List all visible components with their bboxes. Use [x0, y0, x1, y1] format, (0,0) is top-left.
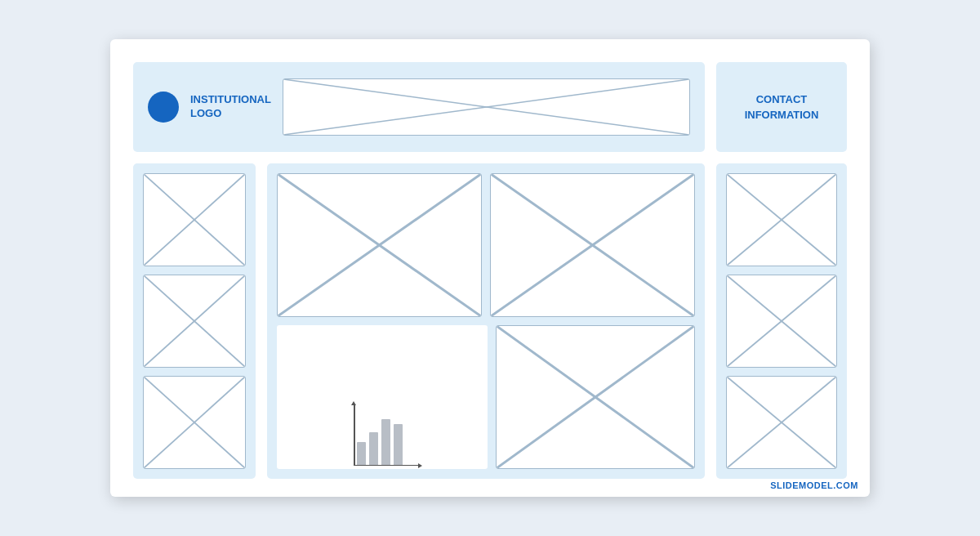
- slidemodel-credit: SLIDEMODEL.COM: [770, 480, 858, 490]
- left-placeholder-1: [143, 173, 246, 266]
- middle-placeholder-3: [496, 325, 695, 469]
- header-image-placeholder: [283, 78, 690, 136]
- col-left: [133, 163, 256, 479]
- col-middle: [267, 163, 705, 479]
- chart-placeholder: [277, 325, 488, 469]
- bottom-row: [133, 163, 847, 479]
- col-right: [716, 163, 847, 479]
- header-right-panel: CONTACT INFORMATION: [716, 62, 847, 152]
- top-row: INSTITUTIONALLOGO CONTACT INFORMATION: [133, 62, 847, 152]
- right-placeholder-1: [726, 173, 837, 266]
- slide: INSTITUTIONALLOGO CONTACT INFORMATION: [110, 39, 870, 497]
- logo-circle: [148, 92, 179, 123]
- left-placeholder-3: [143, 376, 246, 469]
- middle-placeholder-2: [490, 173, 695, 317]
- right-placeholder-3: [726, 376, 837, 469]
- header-left-panel: INSTITUTIONALLOGO: [133, 62, 705, 152]
- left-placeholder-2: [143, 275, 246, 368]
- middle-placeholder-1: [277, 173, 482, 317]
- right-placeholder-2: [726, 275, 837, 368]
- logo-text: INSTITUTIONALLOGO: [190, 93, 271, 121]
- contact-info-text: CONTACT INFORMATION: [745, 92, 819, 123]
